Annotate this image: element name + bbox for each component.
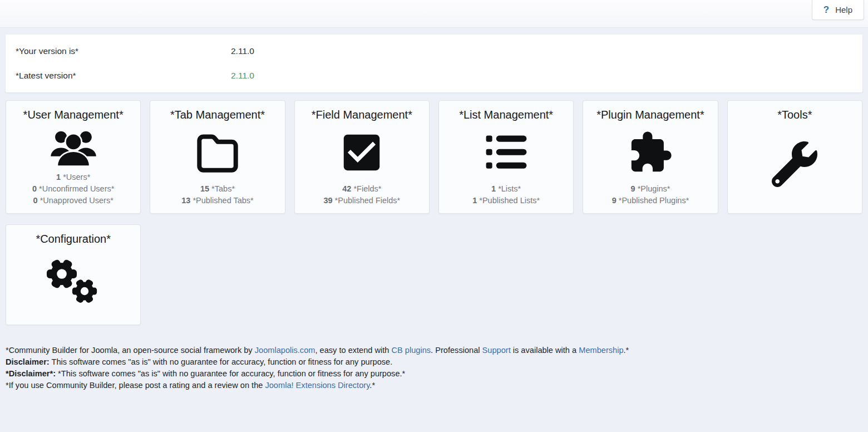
users-icon[interactable] xyxy=(11,121,136,171)
card-tools-title[interactable]: *Tools* xyxy=(732,108,857,121)
cb-plugins-link[interactable]: CB plugins xyxy=(392,346,431,355)
latest-version-label: *Latest version* xyxy=(16,71,231,81)
stat-published-fields[interactable]: 39 *Published Fields* xyxy=(299,195,425,207)
question-mark-icon: ? xyxy=(823,4,829,16)
support-link[interactable]: Support xyxy=(482,346,511,355)
your-version-label: *Your version is* xyxy=(16,46,231,56)
help-button-label: Help xyxy=(835,5,852,14)
stat-published-tabs[interactable]: 13 *Published Tabs* xyxy=(155,195,280,207)
stat-users[interactable]: 1 *Users* xyxy=(11,171,136,183)
card-plugin-management: *Plugin Management* 9 *Plugins* 9 *Publi… xyxy=(583,100,718,214)
card-user-management-title[interactable]: *User Management* xyxy=(11,108,136,121)
card-list-management-title[interactable]: *List Management* xyxy=(443,108,569,121)
membership-link[interactable]: Membership xyxy=(579,346,623,355)
your-version-row: *Your version is* 2.11.0 xyxy=(6,39,862,63)
folder-icon[interactable] xyxy=(155,121,280,183)
card-user-management: *User Management* 1 *Users* 0 *Unconfirm… xyxy=(6,100,141,214)
stat-fields[interactable]: 42 *Fields* xyxy=(299,183,425,195)
version-panel: *Your version is* 2.11.0 *Latest version… xyxy=(6,35,862,92)
your-version-value: 2.11.0 xyxy=(231,46,254,56)
card-tab-management-title[interactable]: *Tab Management* xyxy=(155,108,280,121)
card-tab-management: *Tab Management* 15 *Tabs* 13 *Published… xyxy=(150,100,285,214)
stat-published-lists[interactable]: 1 *Published Lists* xyxy=(443,195,569,207)
top-bar: ? Help xyxy=(0,0,868,28)
card-field-management-stats: 42 *Fields* 39 *Published Fields* xyxy=(299,183,425,207)
card-user-management-stats: 1 *Users* 0 *Unconfirmed Users* 0 *Unapp… xyxy=(11,171,136,207)
card-configuration: *Configuration* xyxy=(6,224,141,325)
stat-unconfirmed-users[interactable]: 0 *Unconfirmed Users* xyxy=(11,183,136,195)
gears-icon[interactable] xyxy=(11,246,136,318)
stat-unapproved-users[interactable]: 0 *Unapproved Users* xyxy=(11,195,136,207)
card-configuration-title[interactable]: *Configuration* xyxy=(11,232,136,246)
help-button[interactable]: ? Help xyxy=(812,0,864,20)
footer: *Community Builder for Joomla, an open-s… xyxy=(6,345,862,391)
list-icon[interactable] xyxy=(443,121,569,183)
card-list-management-stats: 1 *Lists* 1 *Published Lists* xyxy=(443,183,569,207)
wrench-icon[interactable] xyxy=(732,121,857,207)
card-field-management: *Field Management* 42 *Fields* 39 *Publi… xyxy=(294,100,430,214)
stat-tabs[interactable]: 15 *Tabs* xyxy=(155,183,280,195)
joomlapolis-link[interactable]: Joomlapolis.com xyxy=(255,346,315,355)
card-list-management: *List Management* 1 *Lists* 1 *Published… xyxy=(438,100,574,214)
puzzle-icon[interactable] xyxy=(588,121,713,183)
footer-line-about: *Community Builder for Joomla, an open-s… xyxy=(6,345,862,356)
card-plugin-management-stats: 9 *Plugins* 9 *Published Plugins* xyxy=(588,183,713,207)
footer-line-disclaimer: Disclaimer: This software comes "as is" … xyxy=(6,356,862,368)
card-tab-management-stats: 15 *Tabs* 13 *Published Tabs* xyxy=(155,183,280,207)
stat-published-plugins[interactable]: 9 *Published Plugins* xyxy=(588,195,713,207)
footer-line-disclaimer-localized: *Disclaimer*: *This software comes "as i… xyxy=(6,368,862,380)
latest-version-row: *Latest version* 2.11.0 xyxy=(6,63,862,88)
check-square-icon[interactable] xyxy=(299,121,425,183)
latest-version-value: 2.11.0 xyxy=(231,71,254,81)
jed-link[interactable]: Joomla! Extensions Directory xyxy=(265,381,369,390)
stat-plugins[interactable]: 9 *Plugins* xyxy=(588,183,713,195)
footer-line-rating: *If you use Community Builder, please po… xyxy=(6,380,862,391)
card-tools: *Tools* xyxy=(727,100,862,214)
stat-lists[interactable]: 1 *Lists* xyxy=(443,183,569,195)
dashboard-grid: *User Management* 1 *Users* 0 *Unconfirm… xyxy=(6,100,862,325)
card-plugin-management-title[interactable]: *Plugin Management* xyxy=(588,108,713,121)
card-field-management-title[interactable]: *Field Management* xyxy=(299,108,425,121)
